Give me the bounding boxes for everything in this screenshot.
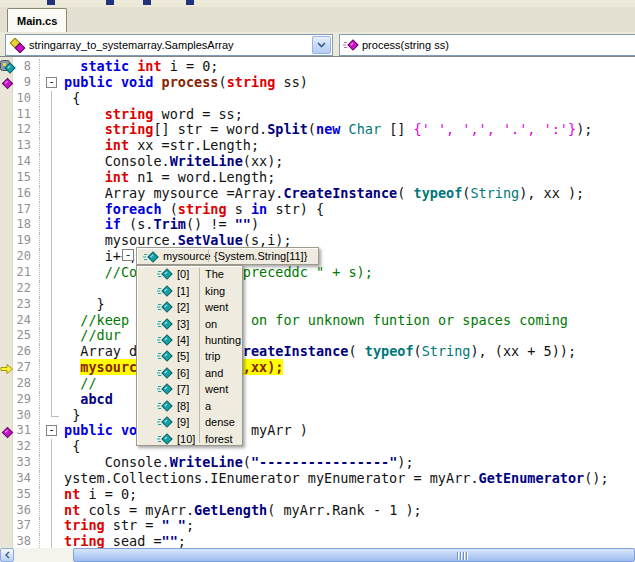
fold-collapse-box[interactable]: - bbox=[46, 77, 57, 88]
fold-guide-line bbox=[51, 360, 52, 376]
code-token: sead = bbox=[105, 533, 162, 549]
tab-main-cs[interactable]: Main.cs bbox=[7, 8, 67, 32]
fold-cell bbox=[41, 487, 58, 503]
fold-cell bbox=[41, 249, 58, 265]
code-line[interactable]: tring sead =""; bbox=[58, 534, 635, 549]
datatip-item[interactable]: [2]went bbox=[137, 299, 242, 315]
code-token bbox=[113, 422, 121, 438]
datatip-item[interactable]: [10]forest bbox=[137, 430, 242, 446]
line-number: 27 bbox=[13, 360, 40, 376]
datatip-item[interactable]: [4]hunting bbox=[137, 332, 242, 348]
datatip-item-value: The bbox=[205, 268, 224, 280]
datatip-item-index: [5] bbox=[177, 350, 201, 362]
code-line[interactable]: int xx =str.Length; bbox=[58, 138, 635, 154]
fold-cell bbox=[41, 313, 58, 329]
code-token: SetValue bbox=[178, 232, 243, 248]
datatip-collapse-box[interactable]: - bbox=[122, 249, 134, 261]
datatip-variable-type: {System.String[11]} bbox=[214, 250, 307, 262]
code-line[interactable]: { bbox=[58, 91, 635, 107]
indicator-margin[interactable] bbox=[0, 57, 13, 549]
code-folding-margin[interactable]: -- bbox=[41, 57, 58, 549]
fold-guide-line bbox=[51, 518, 52, 534]
code-line[interactable]: string[] str = word.Split(new Char [] {'… bbox=[58, 122, 635, 138]
code-line[interactable]: if (s.Trim() != "") bbox=[58, 217, 635, 233]
field-diamond-icon bbox=[157, 400, 173, 412]
scroll-left-button[interactable] bbox=[0, 548, 14, 562]
line-number: 23 bbox=[13, 297, 40, 313]
code-token: () != bbox=[186, 216, 235, 232]
code-token: word = ss; bbox=[153, 106, 242, 122]
code-token: nt bbox=[64, 486, 80, 502]
code-token: "" bbox=[235, 216, 251, 232]
fold-cell bbox=[41, 297, 58, 313]
line-number: 17 bbox=[13, 202, 40, 218]
code-token: public bbox=[64, 422, 113, 438]
datatip-item-value: hunting bbox=[205, 334, 241, 346]
code-editor[interactable]: 8910111213141516171819202122232425262728… bbox=[0, 56, 635, 549]
datatip-item-index: [10] bbox=[177, 433, 201, 445]
code-line[interactable]: ystem.Collections.IEnumerator myEnumerat… bbox=[58, 471, 635, 487]
datatip-item-index: [6] bbox=[177, 367, 201, 379]
datatip-item[interactable]: [9]dense bbox=[137, 414, 242, 430]
datatip-header-separator bbox=[208, 250, 209, 262]
types-dropdown[interactable]: stringarray_to_systemarray.SamplesArray bbox=[5, 34, 333, 56]
datatip-item[interactable]: [0]The bbox=[137, 266, 242, 282]
code-token: ( bbox=[243, 454, 251, 470]
code-token: int bbox=[105, 137, 129, 153]
code-line[interactable]: string word = ss; bbox=[58, 107, 635, 123]
datatip-item[interactable]: [1]king bbox=[137, 282, 242, 298]
datatip-item[interactable]: [6]and bbox=[137, 365, 242, 381]
toolbar-edge bbox=[0, 0, 635, 7]
fold-guide-line bbox=[51, 122, 52, 138]
datatip-item[interactable]: [3]on bbox=[137, 315, 242, 331]
code-line[interactable]: int n1 = word.Length; bbox=[58, 170, 635, 186]
datatip-item-index: [2] bbox=[177, 301, 201, 313]
datatip-item[interactable]: [8]a bbox=[137, 398, 242, 414]
code-token: { bbox=[64, 90, 80, 106]
code-line[interactable]: Console.WriteLine(xx); bbox=[58, 154, 635, 170]
fold-cell bbox=[41, 503, 58, 519]
code-token: Split bbox=[267, 121, 308, 137]
code-token: ( bbox=[414, 343, 422, 359]
types-dropdown-value: stringarray_to_systemarray.SamplesArray bbox=[29, 39, 234, 51]
types-dropdown-arrow-button[interactable] bbox=[312, 36, 331, 54]
code-line[interactable]: foreach (string s in str) { bbox=[58, 202, 635, 218]
code-line[interactable]: Console.WriteLine("----------------"); bbox=[58, 455, 635, 471]
line-number: 22 bbox=[13, 281, 40, 297]
fold-guide-line bbox=[51, 455, 52, 471]
datatip-items-list[interactable]: [0]The [1]king [2]went [3]on [4]hunting … bbox=[136, 265, 243, 446]
current-statement-indicator[interactable] bbox=[0, 361, 14, 379]
document-tab-strip: Main.cs bbox=[0, 7, 635, 33]
datatip-item-index: [3] bbox=[177, 318, 201, 330]
code-line[interactable]: tring str = " "; bbox=[58, 518, 635, 534]
datatip-header[interactable]: mysource {System.String[11]} bbox=[136, 247, 319, 265]
fold-collapse-box[interactable]: - bbox=[46, 425, 57, 436]
datatip-item-index: [7] bbox=[177, 383, 201, 395]
code-token: mysource. bbox=[64, 232, 178, 248]
fold-cell bbox=[41, 471, 58, 487]
code-token: tring bbox=[64, 533, 105, 549]
horizontal-scrollbar[interactable] bbox=[0, 548, 635, 562]
members-dropdown[interactable]: process(string ss) bbox=[339, 34, 635, 56]
datatip-item[interactable]: [5]trip bbox=[137, 348, 242, 364]
line-number: 13 bbox=[13, 138, 40, 154]
field-diamond-icon bbox=[157, 433, 173, 445]
code-line[interactable]: public void process(string ss) bbox=[58, 75, 635, 91]
line-number: 19 bbox=[13, 233, 40, 249]
code-token: ; bbox=[186, 517, 194, 533]
datatip-item[interactable]: [7]went bbox=[137, 381, 242, 397]
scrollbar-thumb[interactable] bbox=[73, 548, 635, 562]
code-line[interactable]: Array mysource =Array.CreateInstance( ty… bbox=[58, 186, 635, 202]
code-token: Console. bbox=[64, 454, 170, 470]
code-token bbox=[64, 201, 105, 217]
fold-guide-line bbox=[51, 297, 52, 313]
code-line[interactable]: nt cols = myArr.GetLength( myArr.Rank - … bbox=[58, 503, 635, 519]
scrollbar-grip bbox=[457, 552, 467, 560]
code-line[interactable]: nt i = 0; bbox=[58, 487, 635, 503]
code-token: ) bbox=[251, 216, 259, 232]
fold-cell bbox=[41, 138, 58, 154]
code-token: ); bbox=[576, 121, 592, 137]
code-token: typeof bbox=[414, 185, 463, 201]
fold-guide-line bbox=[51, 313, 52, 329]
code-line[interactable]: static int i = 0; bbox=[58, 59, 635, 75]
